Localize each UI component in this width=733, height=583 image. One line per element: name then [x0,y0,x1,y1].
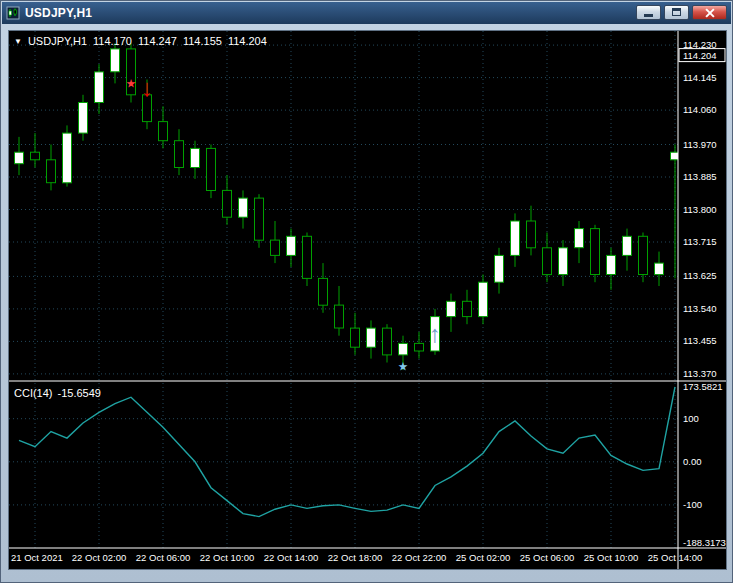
time-axis-label: 25 Oct 02:00 [456,552,510,563]
ohlc-open: 114.170 [93,35,132,47]
candle[interactable] [543,233,552,283]
candle[interactable] [607,248,616,290]
ohlc-close: 114.204 [228,35,267,47]
candle[interactable] [383,324,392,362]
time-axis-label: 22 Oct 02:00 [72,552,126,563]
candle[interactable] [63,125,72,186]
price-axis-label: 113.970 [683,139,717,150]
collapse-chart-icon[interactable]: ▼ [14,37,22,46]
window-controls [636,5,727,20]
candle[interactable] [47,145,56,191]
buy-star-icon[interactable]: ★ [399,361,408,372]
price-axis-label: 113.800 [683,204,717,215]
ohlc-high: 114.247 [138,35,177,47]
candle[interactable] [623,229,632,271]
candle[interactable] [287,229,296,267]
time-axis-label: 21 Oct 2021 [11,552,63,563]
candle[interactable] [95,64,104,114]
cci-axis-label: 100 [683,413,699,424]
candle[interactable] [239,190,248,228]
chart-area[interactable]: ★↓★↑114.230114.145114.060113.970113.8851… [8,30,727,570]
chart-symbol-label: USDJPY,H1 [28,35,87,47]
candle[interactable] [207,145,216,199]
candle[interactable] [79,95,88,141]
chart-window-icon [6,6,20,20]
price-axis-label: 113.370 [683,368,717,379]
candle[interactable] [463,290,472,324]
svg-text:114.204: 114.204 [683,50,717,61]
chart-window: USDJPY,H1 ★↓★↑114.230114.145114.060113.9… [0,0,733,583]
candle[interactable] [367,320,376,358]
title-bar[interactable]: USDJPY,H1 [2,2,731,24]
candle[interactable] [351,313,360,355]
cci-line [19,387,675,517]
candle[interactable] [175,129,184,175]
time-axis-label: 25 Oct 06:00 [520,552,574,563]
window-title: USDJPY,H1 [25,6,92,20]
maximize-button[interactable] [664,5,689,20]
candle[interactable] [31,133,40,167]
candle[interactable] [655,252,664,286]
restore-icon [672,8,681,16]
candle[interactable] [415,332,424,359]
candle[interactable] [511,213,520,267]
minimize-icon [644,14,653,17]
current-price-tag: 114.204 [679,49,725,62]
indicator-name: CCI(14) [14,387,53,399]
candle[interactable] [575,221,584,263]
candle[interactable] [479,275,488,325]
chart-canvas[interactable]: ★↓★↑114.230114.145114.060113.970113.8851… [9,31,726,569]
time-axis-label: 25 Oct 10:00 [584,552,638,563]
cci-axis-label: 173.5821 [683,381,723,392]
candle[interactable] [335,286,344,336]
time-axis-label: 22 Oct 22:00 [392,552,446,563]
cci-axis-label: -188.3173 [683,537,726,548]
sell-star-icon[interactable]: ★ [127,78,136,89]
buy-arrow-icon[interactable]: ↑ [429,320,441,347]
time-axis-label: 22 Oct 10:00 [200,552,254,563]
cci-axis-label: 0.00 [683,456,702,467]
candle[interactable] [527,206,536,256]
price-axis-label: 113.540 [683,303,717,314]
candle[interactable] [223,175,232,225]
price-axis-label: 113.885 [683,171,717,182]
price-axis-label: 114.145 [683,72,717,83]
minimize-button[interactable] [636,5,661,20]
cci-axis-label: -100 [683,499,702,510]
candle[interactable] [559,240,568,286]
chart-header: ▼USDJPY,H1114.170114.247114.155114.204 [14,35,273,47]
candle[interactable] [447,294,456,332]
close-button[interactable] [692,5,727,20]
candle[interactable] [127,43,136,102]
indicator-value: -15.6549 [58,387,101,399]
candle[interactable] [159,106,168,148]
time-axis-label: 22 Oct 14:00 [264,552,318,563]
sell-arrow-icon[interactable]: ↓ [141,74,153,101]
time-axis-label: 22 Oct 06:00 [136,552,190,563]
price-axis-label: 113.455 [683,335,717,346]
time-axis-label: 25 Oct 14:00 [648,552,702,563]
candle[interactable] [111,43,120,83]
candle[interactable] [319,263,328,313]
candle[interactable] [255,194,264,248]
time-axis-label: 22 Oct 18:00 [328,552,382,563]
price-axis-label: 114.060 [683,104,717,115]
candle[interactable] [271,221,280,263]
price-axis-label: 113.715 [683,236,717,247]
indicator-label: CCI(14)-15.6549 [14,387,106,399]
candle[interactable] [639,233,648,283]
candle[interactable] [191,141,200,179]
candle[interactable] [303,233,312,287]
candle[interactable] [15,137,24,175]
candle[interactable] [591,225,600,282]
price-axis-label: 113.625 [683,270,717,281]
candle[interactable] [495,248,504,294]
ohlc-low: 114.155 [183,35,222,47]
